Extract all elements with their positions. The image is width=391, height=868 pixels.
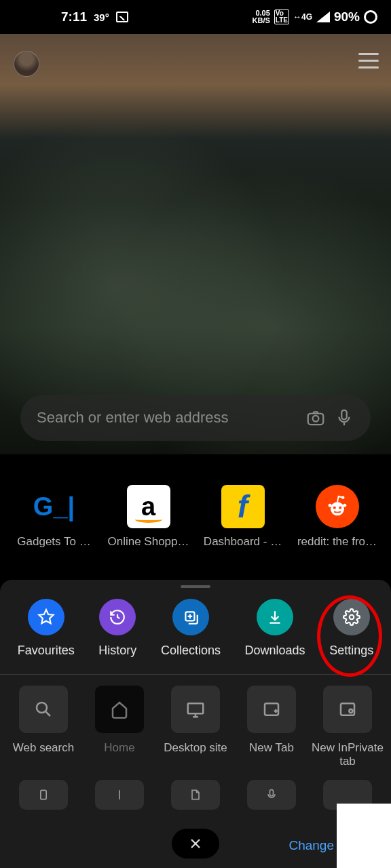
svg-point-4 bbox=[333, 507, 335, 509]
action-label: New InPrivate tab bbox=[310, 741, 385, 769]
action-new-inprivate[interactable]: New InPrivate tab bbox=[310, 686, 385, 769]
status-bar: 7:11 39° 0.05 KB/S VoLTE ↔4G 90% bbox=[0, 0, 391, 34]
action-desktop-site[interactable]: Desktop site bbox=[158, 686, 233, 769]
shortcut-amazon[interactable]: a Online Shopp… bbox=[105, 485, 193, 549]
change-link[interactable]: Change bbox=[288, 838, 334, 853]
amazon-icon: a bbox=[127, 485, 170, 528]
status-kbps: 0.05 KB/S bbox=[253, 9, 270, 24]
mic-icon[interactable] bbox=[334, 408, 354, 428]
shortcut-gadgets[interactable]: G_| Gadgets To … bbox=[10, 485, 98, 549]
action-partial-3[interactable] bbox=[158, 780, 233, 810]
svg-point-3 bbox=[331, 502, 344, 515]
collections-icon bbox=[172, 599, 209, 635]
svg-point-1 bbox=[313, 416, 319, 422]
shortcut-label: reddit: the fro… bbox=[293, 535, 381, 549]
shortcut-label: Dashboard - … bbox=[199, 535, 287, 549]
menu-downloads[interactable]: Downloads bbox=[245, 599, 305, 658]
svg-point-7 bbox=[343, 504, 346, 507]
white-overlay bbox=[337, 804, 391, 868]
image-icon bbox=[116, 12, 128, 22]
svg-rect-12 bbox=[188, 703, 204, 713]
action-web-search[interactable]: Web search bbox=[6, 686, 81, 769]
menu-collections[interactable]: Collections bbox=[161, 599, 221, 658]
action-new-tab[interactable]: New Tab bbox=[234, 686, 309, 769]
svg-rect-15 bbox=[41, 790, 46, 799]
search-placeholder: Search or enter web address bbox=[37, 409, 297, 427]
menu-label: Downloads bbox=[245, 644, 305, 658]
profile-avatar[interactable] bbox=[14, 51, 39, 77]
close-button[interactable] bbox=[172, 829, 219, 859]
loading-ring-icon bbox=[364, 10, 377, 24]
search-bar[interactable]: Search or enter web address bbox=[20, 395, 371, 441]
action-partial-4[interactable] bbox=[234, 780, 309, 810]
action-label: Desktop site bbox=[164, 741, 227, 755]
flipkart-icon: f bbox=[221, 485, 265, 528]
download-icon bbox=[257, 599, 293, 635]
shortcut-label: Online Shopp… bbox=[105, 535, 193, 549]
action-label: New Tab bbox=[249, 741, 294, 755]
menu-favourites[interactable]: Favourites bbox=[18, 599, 75, 658]
svg-point-5 bbox=[339, 507, 341, 509]
gadgets-icon: G_| bbox=[33, 485, 76, 528]
gear-icon bbox=[333, 599, 370, 635]
status-temp: 39° bbox=[94, 12, 109, 23]
bottom-sheet: Favourites History Collections Downloads… bbox=[0, 580, 391, 868]
volte-icon: VoLTE bbox=[274, 9, 289, 24]
shortcut-label: Gadgets To … bbox=[10, 535, 98, 549]
svg-rect-16 bbox=[270, 789, 274, 795]
shortcut-flipkart[interactable]: f Dashboard - … bbox=[199, 485, 287, 549]
svg-point-10 bbox=[349, 615, 354, 620]
svg-point-11 bbox=[37, 703, 47, 713]
action-label: Home bbox=[104, 741, 134, 755]
menu-settings[interactable]: Settings bbox=[329, 599, 373, 658]
menu-label: Collections bbox=[161, 644, 221, 658]
svg-rect-2 bbox=[341, 410, 347, 420]
menu-label: Favourites bbox=[18, 644, 75, 658]
star-icon bbox=[28, 599, 64, 635]
history-icon bbox=[99, 599, 136, 635]
reddit-icon bbox=[316, 485, 359, 528]
svg-point-8 bbox=[341, 496, 344, 499]
status-battery: 90% bbox=[334, 9, 360, 24]
action-partial-2[interactable] bbox=[82, 780, 157, 810]
menu-label: Settings bbox=[329, 644, 373, 658]
menu-history[interactable]: History bbox=[98, 599, 136, 658]
shortcuts-row: G_| Gadgets To … a Online Shopp… f Dashb… bbox=[0, 485, 391, 549]
action-home[interactable]: Home bbox=[82, 686, 157, 769]
status-time: 7:11 bbox=[61, 9, 87, 24]
menu-button[interactable] bbox=[358, 53, 379, 68]
menu-label: History bbox=[98, 644, 136, 658]
signal-icon bbox=[316, 12, 330, 22]
shortcut-reddit[interactable]: reddit: the fro… bbox=[293, 485, 381, 549]
dim-overlay bbox=[0, 34, 391, 454]
action-partial-1[interactable] bbox=[6, 780, 81, 810]
svg-point-6 bbox=[328, 504, 331, 507]
action-label: Web search bbox=[13, 741, 74, 755]
network-icon: ↔4G bbox=[293, 12, 312, 22]
camera-icon[interactable] bbox=[305, 408, 326, 428]
